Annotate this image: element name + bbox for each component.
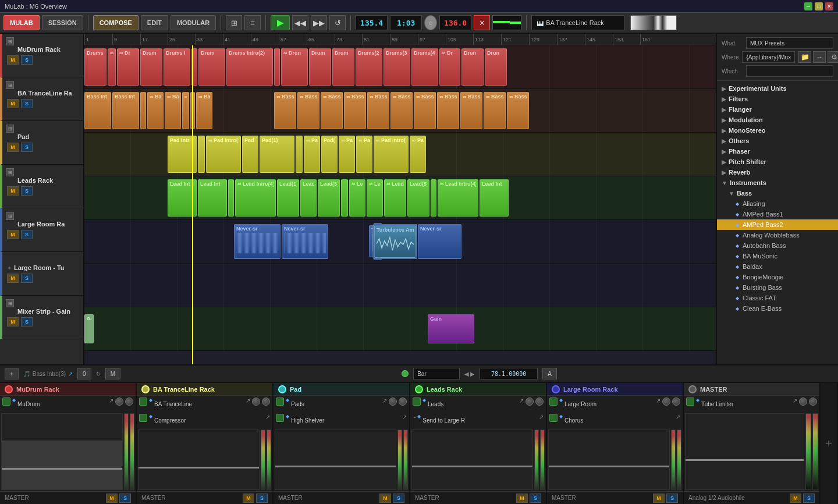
ch-knob-leads1[interactable] [525, 397, 534, 406]
ch-active-room2[interactable] [549, 414, 558, 422]
clip-bass-10[interactable]: ∞ Bass [344, 92, 366, 129]
session-btn[interactable]: SESSION [42, 15, 83, 30]
ch-knob-master1[interactable] [799, 397, 807, 406]
clip-pad-intro2[interactable]: ∞ Pad Intro(1) [374, 136, 409, 173]
ch-active-master1[interactable] [686, 397, 694, 406]
track-solo-bass[interactable]: S [21, 99, 33, 108]
snap-prev[interactable]: ◀ [464, 371, 469, 377]
clip-turbulence-final[interactable]: Turbulence Amp [374, 225, 416, 258]
footer-mute-pad[interactable]: M [379, 494, 391, 503]
tree-item-clean-ebass[interactable]: ◆ Clean E-Bass [717, 303, 838, 314]
clip-drums-ref2[interactable] [274, 48, 280, 86]
a-btn[interactable]: A [542, 368, 557, 379]
tree-item-others[interactable]: ▶ Others [717, 136, 838, 146]
clip-pad-ref[interactable] [198, 136, 205, 173]
ch-pan-leads1[interactable] [535, 397, 544, 406]
tree-item-amped2[interactable]: ◆ AMPed Bass2 [717, 219, 838, 230]
tree-item-classic-fat[interactable]: ◆ Classic FAT [717, 293, 838, 303]
modular-btn[interactable]: MODULAR [171, 15, 216, 30]
clip-bass-2[interactable]: Bass Int [112, 92, 139, 129]
track-solo-mudrum[interactable]: S [21, 55, 33, 65]
ch-knob-pad1[interactable] [389, 397, 397, 406]
clip-lead-3[interactable]: Lead(3) [318, 179, 340, 216]
footer-solo-mudrum[interactable]: S [119, 494, 131, 503]
clip-lead-intro4[interactable]: ∞ Lead Intro(4) [235, 179, 276, 216]
track-mute-mudrum[interactable]: M [7, 55, 19, 65]
track-mute-room2[interactable]: M [7, 274, 19, 283]
clip-bass-1[interactable]: Bass Int [84, 92, 111, 129]
clip-bass-11[interactable]: ∞ Bass [367, 92, 389, 129]
track-mute-gain[interactable]: M [7, 317, 19, 326]
clip-pad-4[interactable]: Pad(4) [321, 136, 338, 173]
tree-item-monostereo[interactable]: ▶ MonoStereo [717, 125, 838, 136]
track-mute-pad[interactable]: M [7, 143, 19, 152]
track-solo-pad[interactable]: S [21, 143, 33, 152]
clip-lead-5[interactable]: ∞ Lead [367, 179, 383, 216]
clip-bass-17[interactable]: ∞ Bass [507, 92, 529, 129]
clip-drums-2[interactable]: ∞ [108, 48, 116, 86]
clip-bass-15[interactable]: ∞ Bass [460, 92, 482, 129]
clip-pad-5[interactable]: ∞ Pad( [339, 136, 355, 173]
clip-lead-intro4b[interactable]: ∞ Lead Intro(4) [438, 179, 478, 216]
ch-active-pad2[interactable] [276, 414, 284, 422]
clip-drums-3[interactable]: ∞ Dr [117, 48, 139, 86]
ch-active-bass1[interactable] [139, 397, 147, 406]
rack-power-leads[interactable] [415, 385, 423, 393]
clip-gain-2[interactable]: Gain [428, 314, 474, 343]
clip-bass-4[interactable]: ∞ Bass [165, 92, 181, 129]
footer-mute-mudrum[interactable]: M [106, 494, 118, 503]
track-solo-gain[interactable]: S [21, 317, 33, 326]
clip-drums-11[interactable]: Drums(3 [384, 48, 410, 86]
clip-lead-1[interactable]: Lead(1) [277, 179, 299, 216]
ch-expand-bass1[interactable]: ↗ [246, 397, 250, 410]
clip-drums-15[interactable]: Drun [485, 48, 507, 86]
clip-room-1[interactable]: Never-sr [234, 224, 280, 259]
minimize-btn[interactable]: ─ [804, 2, 812, 10]
clip-lead-2[interactable]: Lead(2) [300, 179, 317, 216]
ch-pan-bass1[interactable] [262, 397, 270, 406]
ch-active-leads1[interactable] [413, 397, 421, 406]
fader-mudrum[interactable] [1, 413, 123, 490]
ch-expand-leads1[interactable]: ↗ [519, 397, 524, 410]
rack-power-mudrum[interactable] [5, 385, 13, 393]
tree-item-ba-musonic[interactable]: ◆ BA MuSonic [717, 251, 838, 261]
clip-bass-ref[interactable] [140, 92, 146, 129]
ch-expand-pad2[interactable]: ↗ [402, 414, 407, 427]
maximize-btn[interactable]: □ [815, 2, 823, 10]
clip-drums-4[interactable]: Drum [140, 48, 162, 86]
footer-mute-bass[interactable]: M [243, 494, 254, 503]
footer-solo-master[interactable]: S [803, 494, 815, 503]
clip-lead-ref3[interactable] [431, 179, 436, 216]
tree-item-flanger[interactable]: ▶ Flanger [717, 104, 838, 115]
clip-pad-3[interactable]: ∞ Pad( [304, 136, 320, 173]
clip-lead-6[interactable]: ∞ Lead [384, 179, 406, 216]
ch-expand-bass2[interactable]: ↗ [265, 414, 270, 427]
footer-mute-leads[interactable]: M [516, 494, 528, 503]
tracks-area[interactable]: Drums ∞ ∞ Dr Drum Drums I Drum Drums Int… [84, 45, 716, 364]
clip-lead-ref[interactable] [228, 179, 234, 216]
tree-item-amped1[interactable]: ◆ AMPed Bass1 [717, 209, 838, 219]
tree-item-analog-wobble[interactable]: ◆ Analog Wobblebass [717, 230, 838, 240]
close-btn[interactable]: ✕ [825, 2, 833, 10]
clip-bass-14[interactable]: ∞ Bass [437, 92, 459, 129]
clip-drums-12[interactable]: Drums(4 [411, 48, 438, 86]
clip-gain-1[interactable]: Gain [84, 314, 94, 343]
clip-lead-5b[interactable]: Lead(5) [407, 179, 429, 216]
ch-knob-bass1[interactable] [252, 397, 260, 406]
clip-drums-14[interactable]: Drun [461, 48, 484, 86]
tree-item-modulation[interactable]: ▶ Modulation [717, 115, 838, 125]
tree-item-aliasing[interactable]: ◆ Aliasing [717, 198, 838, 209]
clip-lead-intro2[interactable]: Lead Int [198, 179, 227, 216]
tree-item-autobahn[interactable]: ◆ Autobahn Bass [717, 240, 838, 251]
clip-room-audio2[interactable]: Never-sr [418, 224, 461, 259]
ch-knob-mudrum[interactable] [115, 397, 123, 406]
clip-bass-13[interactable]: ∞ Bass [414, 92, 436, 129]
clip-room-2[interactable]: Never-sr [282, 224, 328, 259]
tree-item-boogimoogie[interactable]: ◆ BoogieMoogie [717, 272, 838, 282]
clip-drums-13[interactable]: ∞ Dr [439, 48, 460, 86]
tree-item-filters[interactable]: ▶ Filters [717, 94, 838, 104]
clip-drums-1[interactable]: Drums [84, 48, 106, 86]
clip-lead-4[interactable]: ∞ Lead [349, 179, 365, 216]
clip-lead-ref2[interactable] [341, 179, 348, 216]
ch-expand-leads2[interactable]: ↗ [539, 414, 544, 427]
